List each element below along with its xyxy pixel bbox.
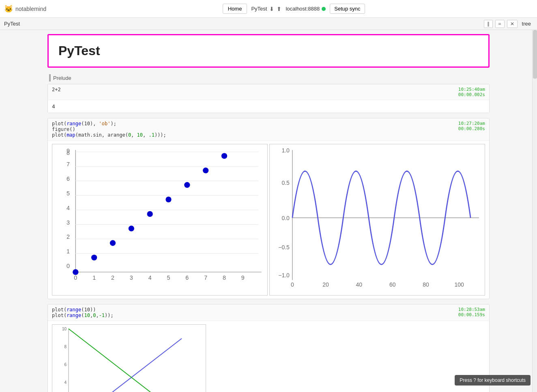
svg-text:4: 4 <box>67 205 70 211</box>
cell-3-timestamp: 10:28:53am 00:00.159s <box>458 307 485 317</box>
tab-actions: ∥ = ✕ tree <box>484 20 533 28</box>
prelude-bar <box>49 74 51 81</box>
svg-point-35 <box>165 197 171 202</box>
brand-name: notablemind <box>15 6 46 12</box>
cell-1-output: 4 <box>48 100 489 113</box>
prelude-label: Prelude <box>47 74 490 81</box>
svg-text:100: 100 <box>455 281 464 288</box>
svg-text:3: 3 <box>67 219 70 226</box>
svg-text:6: 6 <box>185 274 189 281</box>
title-cell: PyTest <box>47 34 490 68</box>
prelude-text: Prelude <box>53 75 71 81</box>
svg-text:2: 2 <box>67 233 70 240</box>
notebook-title-nav: PyTest ⬇ ⬆ <box>251 6 281 12</box>
cell-1-timestamp: 10:25:40am 00:00.002s <box>458 87 485 97</box>
svg-text:4: 4 <box>64 380 67 385</box>
scroll-indicator[interactable] <box>532 30 537 392</box>
svg-text:0: 0 <box>67 263 70 269</box>
svg-line-70 <box>69 338 182 392</box>
cell-3-code[interactable]: plot(range(10)) plot(range(10,0,-1)); <box>52 307 114 318</box>
cell-3: plot(range(10)) plot(range(10,0,-1)); 10… <box>47 304 490 392</box>
svg-text:40: 40 <box>356 281 363 288</box>
svg-text:4: 4 <box>148 274 152 281</box>
notebook-title: PyTest <box>58 43 479 58</box>
brand: 🐱 notablemind <box>4 4 46 13</box>
server-address: localhost:8888 <box>286 6 320 12</box>
scatter-svg: 0 1 2 3 4 5 6 7 8 0 1 2 3 4 <box>52 144 267 295</box>
crossing-lines-svg: 10 8 6 4 2 0 0 1 2 3 4 5 6 7 <box>52 325 202 392</box>
cell-2: plot(range(10), 'ob'); figure() plot(map… <box>47 118 490 299</box>
svg-text:1: 1 <box>67 248 70 255</box>
svg-text:6: 6 <box>67 176 70 182</box>
equals-icon-button[interactable]: = <box>495 20 505 28</box>
download-icon[interactable]: ⬇ <box>269 6 274 12</box>
cell-3-chart-container: 10 8 6 4 2 0 0 1 2 3 4 5 6 7 <box>48 321 489 392</box>
cell-1-input: 2+2 10:25:40am 00:00.002s <box>48 84 489 100</box>
svg-text:80: 80 <box>423 281 429 288</box>
svg-text:−0.5: −0.5 <box>278 244 290 251</box>
cell-1-code[interactable]: 2+2 <box>52 87 61 92</box>
svg-text:20: 20 <box>322 281 329 288</box>
notebook-container: PyTest Prelude 2+2 10:25:40am 00:00.002s… <box>39 34 498 392</box>
svg-text:1.0: 1.0 <box>281 147 290 154</box>
scatter-chart: 0 1 2 3 4 5 6 7 8 0 1 2 3 4 <box>52 144 268 296</box>
svg-text:9: 9 <box>67 148 70 154</box>
svg-point-32 <box>110 240 116 246</box>
server-status-dot <box>322 7 326 11</box>
setup-sync-button[interactable]: Setup sync <box>330 4 365 14</box>
columns-icon-button[interactable]: ∥ <box>484 20 493 28</box>
cell-2-input: plot(range(10), 'ob'); figure() plot(map… <box>48 118 489 141</box>
svg-point-38 <box>221 153 227 159</box>
navbar: 🐱 notablemind Home PyTest ⬇ ⬆ localhost:… <box>0 0 537 18</box>
crossing-lines-chart: 10 8 6 4 2 0 0 1 2 3 4 5 6 7 <box>52 324 206 392</box>
sine-chart: 1.0 0.5 0.0 −0.5 −1.0 0 20 40 60 80 100 <box>269 144 485 296</box>
server-indicator: localhost:8888 <box>286 6 326 12</box>
svg-text:8: 8 <box>64 345 67 349</box>
scroll-thumb[interactable] <box>533 30 537 79</box>
svg-point-36 <box>184 182 190 188</box>
tabbar: PyTest ∥ = ✕ tree <box>0 18 537 30</box>
svg-point-37 <box>203 167 208 173</box>
svg-text:7: 7 <box>67 161 70 167</box>
brand-icon: 🐱 <box>4 4 13 13</box>
tab-pytest-label[interactable]: PyTest <box>4 19 20 28</box>
svg-text:0.0: 0.0 <box>281 215 290 221</box>
nav-center: Home PyTest ⬇ ⬆ localhost:8888 Setup syn… <box>54 4 533 14</box>
svg-text:5: 5 <box>167 274 170 281</box>
cell-3-input: plot(range(10)) plot(range(10,0,-1)); 10… <box>48 304 489 321</box>
cell-1-result: 4 <box>52 103 55 109</box>
svg-point-30 <box>73 269 78 275</box>
svg-point-33 <box>129 226 134 231</box>
home-button[interactable]: Home <box>223 4 247 14</box>
sine-svg: 1.0 0.5 0.0 −0.5 −1.0 0 20 40 60 80 100 <box>270 144 485 291</box>
svg-text:7: 7 <box>204 274 207 281</box>
svg-text:3: 3 <box>130 274 133 281</box>
svg-text:0.5: 0.5 <box>281 180 290 186</box>
svg-text:1: 1 <box>92 274 96 281</box>
svg-text:8: 8 <box>223 274 226 281</box>
svg-text:0: 0 <box>291 281 294 288</box>
main-content: PyTest Prelude 2+2 10:25:40am 00:00.002s… <box>0 30 537 392</box>
upload-icon[interactable]: ⬆ <box>277 6 281 12</box>
svg-text:6: 6 <box>64 362 67 367</box>
close-tab-button[interactable]: ✕ <box>507 20 518 28</box>
shortcut-hint: Press ? for keyboard shortcuts <box>455 375 531 386</box>
svg-point-31 <box>91 255 97 260</box>
svg-text:5: 5 <box>67 190 70 197</box>
svg-text:9: 9 <box>241 274 245 281</box>
cell-2-timestamp: 10:27:20am 00:00.280s <box>458 121 485 131</box>
cell-1: 2+2 10:25:40am 00:00.002s 4 <box>47 84 490 113</box>
tree-button[interactable]: tree <box>520 20 533 28</box>
svg-text:10: 10 <box>62 327 67 331</box>
svg-text:2: 2 <box>111 274 114 281</box>
cell-2-charts: 0 1 2 3 4 5 6 7 8 0 1 2 3 4 <box>48 141 489 299</box>
cell-2-code[interactable]: plot(range(10), 'ob'); figure() plot(map… <box>52 121 166 138</box>
svg-text:0: 0 <box>74 274 77 281</box>
svg-text:60: 60 <box>389 281 396 288</box>
svg-point-34 <box>147 211 153 217</box>
notebook-nav-name: PyTest <box>251 6 267 12</box>
svg-text:−1.0: −1.0 <box>278 272 290 278</box>
